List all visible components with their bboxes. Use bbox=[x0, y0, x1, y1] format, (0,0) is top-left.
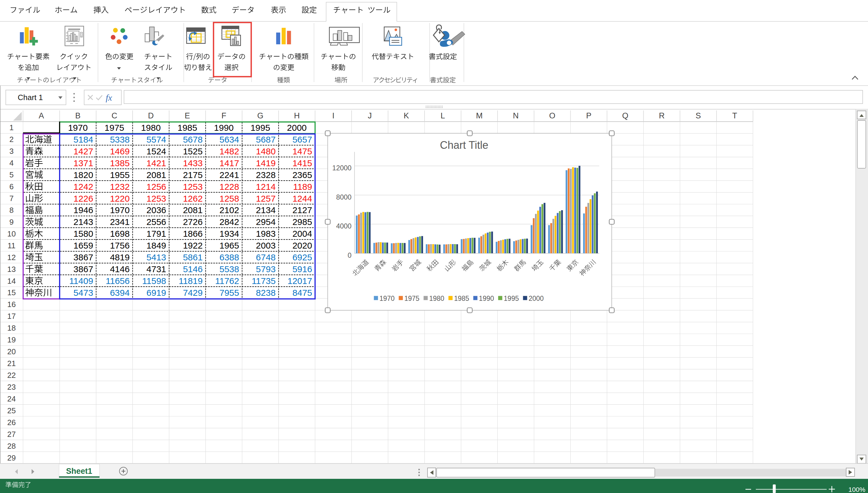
svg-text:27: 27 bbox=[7, 430, 16, 439]
svg-text:1975: 1975 bbox=[105, 123, 124, 132]
svg-text:1480: 1480 bbox=[256, 146, 276, 156]
svg-text:12000: 12000 bbox=[332, 164, 351, 172]
svg-text:1791: 1791 bbox=[147, 229, 166, 238]
svg-text:1990: 1990 bbox=[214, 123, 234, 132]
svg-text:1256: 1256 bbox=[147, 182, 166, 192]
svg-text:7: 7 bbox=[9, 194, 14, 203]
svg-text:2954: 2954 bbox=[256, 217, 276, 227]
svg-text:5413: 5413 bbox=[147, 252, 166, 262]
svg-text:1220: 1220 bbox=[110, 194, 130, 203]
svg-text:1242: 1242 bbox=[73, 182, 93, 192]
svg-text:Chart Title: Chart Title bbox=[440, 139, 488, 151]
svg-text:5861: 5861 bbox=[183, 252, 203, 262]
svg-text:1228: 1228 bbox=[219, 182, 239, 192]
svg-text:J: J bbox=[368, 111, 372, 120]
svg-text:2985: 2985 bbox=[292, 217, 312, 227]
svg-text:6748: 6748 bbox=[256, 252, 276, 262]
svg-text:1995: 1995 bbox=[504, 295, 519, 302]
svg-text:23: 23 bbox=[7, 383, 16, 391]
svg-text:1257: 1257 bbox=[256, 194, 276, 203]
svg-text:2081: 2081 bbox=[147, 170, 166, 180]
svg-text:25: 25 bbox=[7, 406, 16, 415]
svg-text:2328: 2328 bbox=[256, 170, 276, 180]
svg-text:1866: 1866 bbox=[183, 229, 203, 238]
svg-text:11735: 11735 bbox=[252, 276, 276, 286]
svg-text:20: 20 bbox=[7, 347, 16, 356]
svg-text:L: L bbox=[440, 111, 445, 120]
svg-text:1698: 1698 bbox=[110, 229, 130, 238]
svg-text:1525: 1525 bbox=[183, 146, 203, 156]
svg-text:6925: 6925 bbox=[292, 252, 312, 262]
svg-text:6388: 6388 bbox=[219, 252, 239, 262]
svg-text:26: 26 bbox=[7, 418, 16, 427]
svg-text:5338: 5338 bbox=[110, 135, 130, 144]
svg-text:1262: 1262 bbox=[183, 194, 203, 203]
svg-text:11762: 11762 bbox=[215, 276, 239, 286]
svg-text:1922: 1922 bbox=[183, 241, 203, 250]
svg-text:1820: 1820 bbox=[73, 170, 93, 180]
svg-text:1985: 1985 bbox=[177, 123, 197, 132]
svg-text:P: P bbox=[586, 111, 591, 120]
svg-text:5146: 5146 bbox=[183, 264, 203, 274]
svg-text:100%: 100% bbox=[848, 486, 865, 493]
svg-text:2102: 2102 bbox=[219, 205, 239, 215]
svg-text:1232: 1232 bbox=[110, 182, 130, 192]
svg-text:1970: 1970 bbox=[68, 123, 88, 132]
svg-text:1415: 1415 bbox=[292, 158, 312, 168]
svg-text:1659: 1659 bbox=[73, 241, 93, 250]
svg-text:3867: 3867 bbox=[73, 264, 93, 274]
svg-text:Chart 1: Chart 1 bbox=[18, 93, 43, 102]
svg-text:2081: 2081 bbox=[183, 205, 203, 215]
svg-text:2000: 2000 bbox=[287, 123, 307, 132]
svg-text:1965: 1965 bbox=[219, 241, 239, 250]
svg-text:1934: 1934 bbox=[219, 229, 239, 238]
svg-text:5916: 5916 bbox=[292, 264, 312, 274]
svg-text:5793: 5793 bbox=[256, 264, 276, 274]
svg-text:16: 16 bbox=[7, 300, 16, 309]
svg-text:1983: 1983 bbox=[256, 229, 276, 238]
svg-text:7429: 7429 bbox=[183, 288, 203, 298]
svg-text:1580: 1580 bbox=[73, 229, 93, 238]
svg-text:5: 5 bbox=[9, 170, 14, 179]
svg-text:2004: 2004 bbox=[292, 229, 312, 238]
svg-text:5634: 5634 bbox=[219, 135, 239, 144]
svg-text:1226: 1226 bbox=[73, 194, 93, 203]
svg-text:18: 18 bbox=[7, 324, 16, 333]
svg-text:G: G bbox=[257, 111, 263, 120]
svg-text:2341: 2341 bbox=[110, 217, 130, 227]
svg-text:2020: 2020 bbox=[292, 241, 312, 250]
svg-text:1980: 1980 bbox=[141, 123, 161, 132]
svg-text:4: 4 bbox=[9, 158, 14, 167]
svg-text:2127: 2127 bbox=[292, 205, 312, 215]
svg-text:1946: 1946 bbox=[73, 205, 93, 215]
svg-text:21: 21 bbox=[7, 359, 16, 368]
svg-text:4819: 4819 bbox=[110, 252, 130, 262]
svg-text:1253: 1253 bbox=[147, 194, 166, 203]
svg-text:1427: 1427 bbox=[73, 146, 93, 156]
svg-text:1258: 1258 bbox=[219, 194, 239, 203]
svg-text:C: C bbox=[112, 111, 117, 120]
svg-text:8475: 8475 bbox=[292, 288, 312, 298]
svg-text:5473: 5473 bbox=[73, 288, 93, 298]
svg-text:2036: 2036 bbox=[147, 205, 166, 215]
svg-text:5657: 5657 bbox=[292, 135, 312, 144]
svg-text:12017: 12017 bbox=[287, 276, 312, 286]
svg-text:2003: 2003 bbox=[256, 241, 276, 250]
svg-text:Sheet1: Sheet1 bbox=[66, 467, 92, 476]
svg-text:1189: 1189 bbox=[293, 182, 312, 192]
svg-text:1975: 1975 bbox=[405, 295, 419, 302]
svg-text:2726: 2726 bbox=[183, 217, 203, 227]
svg-text:1371: 1371 bbox=[73, 158, 93, 168]
svg-text:Q: Q bbox=[622, 111, 628, 120]
svg-text:4731: 4731 bbox=[147, 264, 166, 274]
svg-text:6919: 6919 bbox=[147, 288, 166, 298]
svg-text:1849: 1849 bbox=[147, 241, 166, 250]
svg-text:2: 2 bbox=[9, 135, 14, 144]
svg-text:2134: 2134 bbox=[256, 205, 276, 215]
svg-text:4000: 4000 bbox=[336, 222, 351, 230]
svg-text:8: 8 bbox=[9, 206, 14, 215]
svg-text:1385: 1385 bbox=[110, 158, 130, 168]
svg-text:1475: 1475 bbox=[292, 146, 312, 156]
svg-text:6: 6 bbox=[9, 182, 14, 191]
svg-text:24: 24 bbox=[7, 394, 16, 403]
